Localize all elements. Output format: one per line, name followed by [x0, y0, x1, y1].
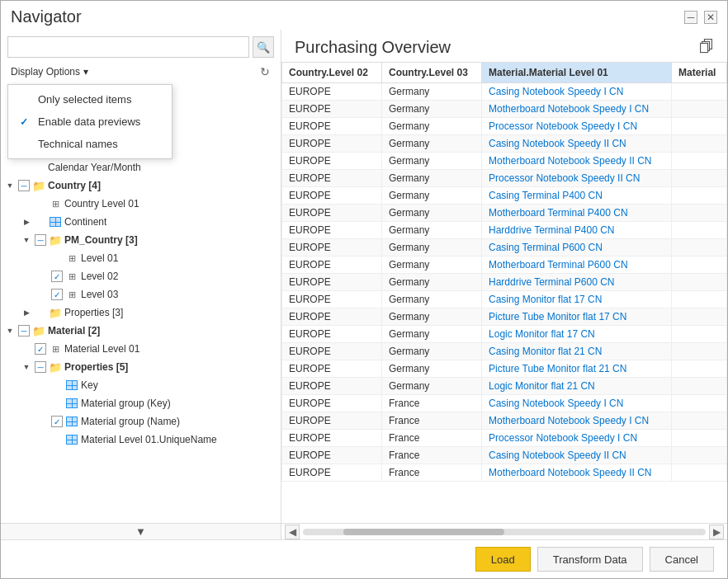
table-cell[interactable]: Germany — [382, 118, 482, 135]
table-cell[interactable] — [672, 257, 727, 274]
table-cell[interactable]: Germany — [382, 239, 482, 257]
table-cell[interactable]: Harddrive Terminal P600 CN — [482, 274, 672, 291]
table-cell[interactable]: France — [382, 412, 482, 430]
table-cell[interactable] — [672, 395, 727, 412]
table-cell[interactable]: EUROPE — [282, 360, 382, 378]
table-cell[interactable]: Motherboard Notebook Speedy I CN — [482, 101, 672, 118]
table-cell[interactable]: EUROPE — [282, 447, 382, 464]
table-cell[interactable]: EUROPE — [282, 153, 382, 170]
table-header-col2[interactable]: Country.Level 03 — [382, 63, 482, 83]
table-cell[interactable]: EUROPE — [282, 101, 382, 118]
table-cell[interactable]: Motherboard Terminal P400 CN — [482, 205, 672, 222]
tree-checkbox[interactable] — [18, 180, 30, 191]
tree-expander[interactable]: ▼ — [4, 325, 16, 337]
cancel-button[interactable]: Cancel — [650, 547, 714, 572]
table-cell[interactable]: Harddrive Terminal P400 CN — [482, 222, 672, 239]
table-cell[interactable] — [672, 239, 727, 257]
table-cell[interactable]: EUROPE — [282, 239, 382, 257]
table-cell[interactable]: Logic Monitor flat 21 CN — [482, 378, 672, 395]
table-cell[interactable]: Processor Notebook Speedy I CN — [482, 430, 672, 447]
table-cell[interactable]: Germany — [382, 135, 482, 153]
table-cell[interactable]: Casing Notebook Speedy I CN — [482, 395, 672, 412]
tree-checkbox[interactable] — [35, 234, 46, 246]
tree-item[interactable]: ▼📁Country [4] — [1, 177, 281, 195]
tree-item[interactable]: Calendar Year/Month — [1, 158, 281, 177]
tree-item[interactable]: ▼📁Properties [5] — [1, 358, 281, 376]
table-cell[interactable]: Germany — [382, 308, 482, 326]
table-cell[interactable] — [672, 464, 727, 482]
menu-item-only-selected[interactable]: Only selected items — [8, 88, 172, 111]
tree-expander[interactable]: ▼ — [4, 180, 16, 191]
table-cell[interactable]: Germany — [382, 326, 482, 343]
table-cell[interactable]: Germany — [382, 222, 482, 239]
menu-item-technical-names[interactable]: Technical names — [8, 133, 172, 155]
table-cell[interactable] — [672, 308, 727, 326]
table-cell[interactable]: Motherboard Notebook Speedy II CN — [482, 464, 672, 482]
tree-checkbox[interactable] — [35, 361, 46, 373]
search-button[interactable]: 🔍 — [253, 36, 274, 58]
table-cell[interactable]: EUROPE — [282, 326, 382, 343]
table-scroll[interactable]: Country.Level 02Country.Level 03Material… — [281, 62, 727, 523]
search-input[interactable] — [7, 36, 249, 58]
table-cell[interactable]: EUROPE — [282, 222, 382, 239]
table-cell[interactable]: EUROPE — [282, 395, 382, 412]
table-cell[interactable] — [672, 135, 727, 153]
tree-item[interactable]: ⊞Level 01 — [1, 249, 281, 267]
tree-checkbox[interactable] — [18, 325, 30, 337]
table-cell[interactable] — [672, 187, 727, 205]
tree-item[interactable]: ⊞Material Level 01 — [1, 340, 281, 358]
table-cell[interactable] — [672, 447, 727, 464]
tree-item[interactable]: Material group (Name) — [1, 412, 281, 431]
table-cell[interactable] — [672, 378, 727, 395]
table-cell[interactable] — [672, 430, 727, 447]
table-cell[interactable]: EUROPE — [282, 308, 382, 326]
table-cell[interactable]: EUROPE — [282, 343, 382, 360]
tree-item[interactable]: ▼📁Material [2] — [1, 322, 281, 340]
table-cell[interactable]: EUROPE — [282, 274, 382, 291]
table-cell[interactable]: France — [382, 395, 482, 412]
table-cell[interactable]: Motherboard Terminal P600 CN — [482, 257, 672, 274]
table-cell[interactable]: EUROPE — [282, 170, 382, 187]
table-cell[interactable]: EUROPE — [282, 118, 382, 135]
table-cell[interactable]: EUROPE — [282, 291, 382, 308]
table-cell[interactable]: Germany — [382, 378, 482, 395]
table-cell[interactable]: EUROPE — [282, 257, 382, 274]
table-cell[interactable]: Germany — [382, 291, 482, 308]
table-cell[interactable] — [672, 326, 727, 343]
table-cell[interactable]: Casing Terminal P600 CN — [482, 239, 672, 257]
table-cell[interactable]: EUROPE — [282, 412, 382, 430]
table-cell[interactable]: EUROPE — [282, 205, 382, 222]
tree-expander[interactable]: ▼ — [21, 234, 32, 246]
tree-item[interactable]: ▶📁Properties [3] — [1, 304, 281, 322]
table-cell[interactable]: Casing Monitor flat 17 CN — [482, 291, 672, 308]
tree-item[interactable]: ▶ Continent — [1, 213, 281, 231]
menu-item-enable-previews[interactable]: ✓ Enable data previews — [8, 111, 172, 133]
table-cell[interactable] — [672, 153, 727, 170]
table-cell[interactable] — [672, 360, 727, 378]
table-header-col3[interactable]: Material.Material Level 01 — [482, 63, 672, 83]
tree-item[interactable]: Key — [1, 376, 281, 394]
tree-checkbox[interactable] — [35, 343, 46, 355]
tree-item[interactable]: ⊞Country Level 01 — [1, 195, 281, 213]
tree-item[interactable]: Material Level 01.UniqueName — [1, 431, 281, 449]
transform-data-button[interactable]: Transform Data — [537, 547, 643, 572]
tree-item[interactable]: Material group (Key) — [1, 394, 281, 412]
tree-item[interactable]: ⊞Level 02 — [1, 267, 281, 285]
table-cell[interactable]: EUROPE — [282, 83, 382, 101]
table-cell[interactable] — [672, 274, 727, 291]
table-cell[interactable]: France — [382, 430, 482, 447]
table-cell[interactable] — [672, 83, 727, 101]
table-cell[interactable]: Germany — [382, 83, 482, 101]
tree-scroll-down[interactable]: ▼ — [1, 523, 281, 539]
tree-item[interactable]: ▼📁PM_Country [3] — [1, 231, 281, 249]
table-cell[interactable]: Motherboard Notebook Speedy I CN — [482, 412, 672, 430]
table-cell[interactable]: Casing Monitor flat 21 CN — [482, 343, 672, 360]
table-header-col4[interactable]: Material — [672, 63, 727, 83]
table-cell[interactable]: Germany — [382, 205, 482, 222]
table-cell[interactable]: Germany — [382, 101, 482, 118]
table-cell[interactable]: Germany — [382, 360, 482, 378]
table-cell[interactable]: Germany — [382, 187, 482, 205]
table-cell[interactable]: Processor Notebook Speedy I CN — [482, 118, 672, 135]
table-cell[interactable]: Germany — [382, 170, 482, 187]
table-cell[interactable]: Germany — [382, 274, 482, 291]
